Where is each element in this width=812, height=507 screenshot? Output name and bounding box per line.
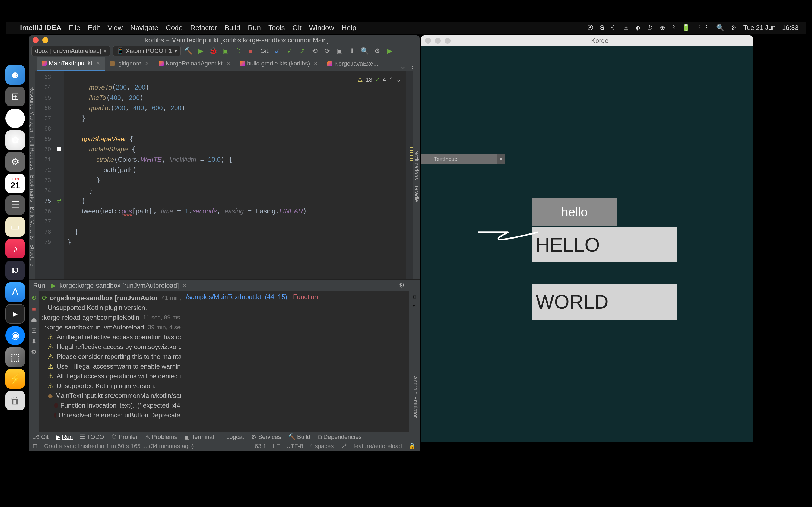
close-icon[interactable]: ×	[183, 282, 186, 289]
dock-reminders-icon[interactable]: ☰	[5, 195, 25, 215]
dock-photos-icon[interactable]: ✿	[5, 130, 25, 150]
status-indent[interactable]: 4 spaces	[310, 443, 334, 450]
status-lock-icon[interactable]: 🔒	[408, 443, 416, 450]
search-everywhere-button[interactable]: 🔍	[360, 46, 370, 56]
gradle-sync-button[interactable]: ▶	[385, 46, 395, 56]
history-button[interactable]: ⟲	[310, 46, 320, 56]
tab-gitignore[interactable]: .gitignore ×	[105, 57, 154, 70]
menu-code[interactable]: Code	[166, 23, 183, 32]
dock-terminal-icon[interactable]: ▸	[5, 304, 25, 324]
bottom-tab-logcat[interactable]: ≡Logcat	[221, 434, 244, 441]
status-line-col[interactable]: 63:1	[255, 443, 267, 450]
menu-run[interactable]: Run	[248, 23, 261, 32]
dock-trash-icon[interactable]: 🗑	[5, 391, 25, 410]
record-icon[interactable]: ⦿	[587, 24, 593, 32]
chevron-down-icon[interactable]: ⌄	[396, 75, 401, 85]
panel-settings-icon[interactable]: ⚙	[399, 282, 405, 289]
korge-text-hello[interactable]: HELLO	[532, 227, 677, 262]
panel-hide-icon[interactable]: —	[409, 282, 415, 289]
wifi-icon[interactable]: ⋮⋮	[697, 24, 710, 32]
settings-button[interactable]: ⚙	[372, 46, 382, 56]
moon-icon[interactable]: ☾	[611, 24, 617, 32]
git-branch-icon[interactable]: ⎇	[340, 443, 347, 450]
menu-file[interactable]: File	[69, 23, 80, 32]
git-update-button[interactable]: ↙	[273, 46, 282, 56]
bottom-tab-build[interactable]: 🔨Build	[288, 434, 310, 441]
korge-debug-textinput[interactable]: TextInput: ▾	[421, 154, 505, 165]
color-gutter-icon[interactable]	[57, 147, 61, 152]
korge-text-world[interactable]: WORLD	[532, 284, 677, 320]
dock-settings-icon[interactable]: ⚙	[5, 152, 25, 172]
dock-appstore-icon[interactable]: A	[5, 282, 25, 302]
status-encoding[interactable]: UTF-8	[286, 443, 303, 450]
menubar-date[interactable]: Tue 21 Jun	[743, 24, 776, 32]
view-icon[interactable]: ⊞	[31, 327, 37, 334]
dock-app2-icon[interactable]: ⬚	[5, 347, 25, 367]
menu-refactor[interactable]: Refactor	[190, 23, 217, 32]
profile-button[interactable]: ⏱	[233, 46, 243, 56]
bottom-tab-run[interactable]: ▶Run	[56, 434, 73, 441]
device-selector[interactable]: 📱 Xiaomi POCO F1 ▾	[113, 46, 181, 56]
status-branch[interactable]: feature/autoreload	[353, 443, 402, 450]
tab-maintextinput[interactable]: MainTextInput.kt ×	[37, 57, 105, 70]
close-button[interactable]	[33, 37, 39, 43]
right-tool-strip[interactable]: Notifications Gradle	[413, 71, 419, 279]
sdk-button[interactable]: ⬇	[347, 46, 357, 56]
control-center-icon[interactable]: ⚙	[731, 24, 737, 32]
menu-window[interactable]: Window	[309, 23, 334, 32]
filter-icon[interactable]: ⏏	[31, 316, 37, 324]
tab-options-icon[interactable]: ⋮	[409, 62, 416, 70]
spotlight-icon[interactable]: 🔍	[716, 24, 724, 32]
run-config-selector[interactable]: dbox [runJvmAutoreload] ▾	[32, 46, 110, 56]
run-line-gutter-icon[interactable]: ⇄	[54, 196, 64, 206]
rerun-icon[interactable]: ↻	[31, 294, 37, 302]
android-emulator-icon[interactable]: Android Emulator	[412, 376, 418, 418]
battery-icon[interactable]: 🔋	[682, 24, 690, 32]
debug-button[interactable]: 🐞	[209, 46, 218, 56]
bottom-tab-profiler[interactable]: ⏱Profiler	[111, 434, 138, 441]
dock-notes-icon[interactable]: ▭	[5, 217, 25, 237]
code-editor[interactable]: moveTo(200, 200) lineTo(400, 200) quadTo…	[64, 71, 406, 279]
close-tab-icon[interactable]: ×	[314, 60, 317, 67]
status-gradle-icon[interactable]: ⊟	[33, 443, 38, 450]
git-commit-button[interactable]: ✓	[285, 46, 295, 56]
dock-calendar-icon[interactable]: JUN 21	[5, 174, 25, 193]
build-button[interactable]: 🔨	[183, 46, 193, 56]
avd-button[interactable]: ▣	[335, 46, 345, 56]
dock-app1-icon[interactable]: ◉	[5, 326, 25, 345]
soft-wrap-icon[interactable]: ⏎	[413, 303, 416, 308]
tab-korgereloadagent[interactable]: KorgeReloadAgent.kt ×	[154, 57, 235, 70]
stop-icon[interactable]: ■	[32, 305, 36, 313]
menubar-app-name[interactable]: IntelliJ IDEA	[20, 23, 61, 32]
dock-app3-icon[interactable]: ⚡	[5, 369, 25, 389]
clock-icon[interactable]: ⏱	[647, 24, 653, 32]
inspection-widget[interactable]: ⚠18 ✓4 ⌃ ⌄	[357, 75, 401, 85]
s-icon[interactable]: S	[600, 24, 604, 32]
tab-korgejavaexe[interactable]: KorgeJavaExe...	[323, 58, 383, 70]
chevron-up-icon[interactable]: ⌃	[389, 75, 394, 85]
korge-canvas[interactable]: TextInput: ▾ hello HELLO WORLD	[421, 46, 753, 442]
menu-help[interactable]: Help	[342, 23, 356, 32]
menubar-time[interactable]: 16:33	[782, 24, 799, 32]
menu-edit[interactable]: Edit	[88, 23, 100, 32]
maximize-button[interactable]	[445, 38, 451, 44]
tab-buildgradle[interactable]: build.gradle.kts (korlibs) ×	[235, 57, 323, 70]
dock-intellij-icon[interactable]: IJ	[5, 261, 25, 280]
stop-button[interactable]: ■	[246, 46, 256, 56]
close-tab-icon[interactable]: ×	[226, 60, 230, 67]
menu-tools[interactable]: Tools	[269, 23, 285, 32]
korge-ui-button-hello[interactable]: hello	[532, 198, 617, 226]
bluetooth-icon[interactable]: ᛒ	[672, 24, 676, 32]
bottom-tab-services[interactable]: ⚙Services	[251, 434, 281, 441]
expand-icon[interactable]: ⬇	[31, 338, 37, 345]
bottom-tab-git[interactable]: ⎇Git	[33, 434, 49, 441]
close-button[interactable]	[425, 38, 431, 44]
run-task-tree[interactable]: ⟳orge:korge-sandbox [runJvmAutor41 min, …	[39, 291, 183, 432]
close-tab-icon[interactable]: ×	[145, 60, 149, 67]
editor-scrollbar-markers[interactable]	[406, 71, 413, 279]
dock-finder-icon[interactable]: ☻	[5, 65, 25, 85]
git-push-button[interactable]: ↗	[297, 46, 307, 56]
revert-button[interactable]: ⟳	[323, 46, 332, 56]
run-button[interactable]: ▶	[196, 46, 206, 56]
bottom-tab-todo[interactable]: ☰TODO	[80, 434, 104, 441]
